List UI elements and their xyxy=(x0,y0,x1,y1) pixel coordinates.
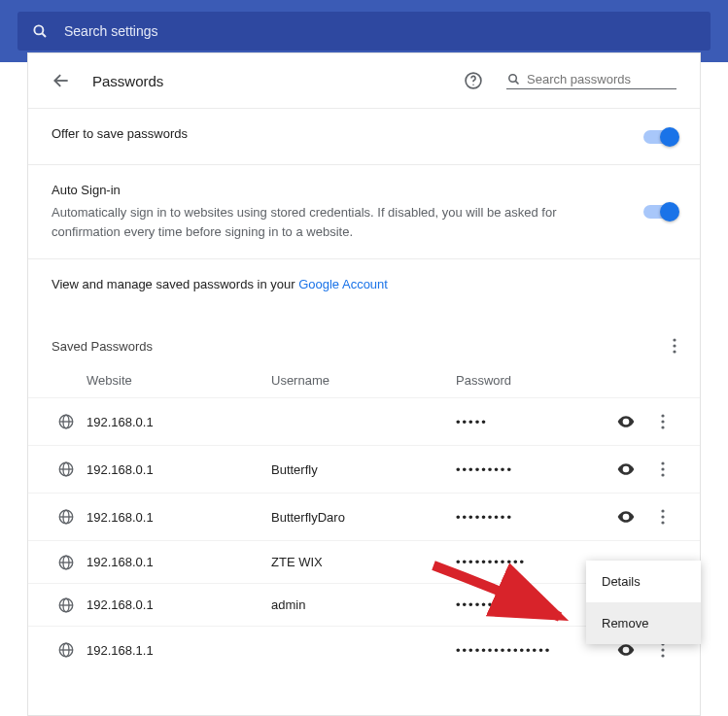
svg-line-6 xyxy=(515,81,518,84)
svg-point-8 xyxy=(673,344,676,347)
row-website[interactable]: 192.168.0.1 xyxy=(87,415,271,429)
row-menu-button[interactable] xyxy=(661,642,676,658)
row-website[interactable]: 192.168.0.1 xyxy=(87,555,271,569)
row-password: ••••••••• xyxy=(456,462,616,477)
row-username: admin xyxy=(271,597,456,612)
row-website[interactable]: 192.168.0.1 xyxy=(87,462,271,477)
svg-point-28 xyxy=(661,509,664,512)
svg-point-9 xyxy=(673,350,676,353)
svg-point-42 xyxy=(661,648,664,651)
svg-point-4 xyxy=(472,84,474,85)
table-row: 192.168.0.1ButterflyDaro••••••••• xyxy=(28,493,700,540)
saved-passwords-menu[interactable] xyxy=(673,338,676,354)
row-website[interactable]: 192.168.0.1 xyxy=(87,510,271,525)
row-website[interactable]: 192.168.0.1 xyxy=(87,597,271,612)
page-title: Passwords xyxy=(92,73,464,89)
svg-point-0 xyxy=(34,25,43,34)
svg-point-27 xyxy=(624,515,627,518)
col-username: Username xyxy=(271,373,456,388)
row-username: ZTE WIX xyxy=(271,555,456,569)
offer-save-label: Offer to save passwords xyxy=(52,126,616,141)
search-passwords-input[interactable] xyxy=(527,72,676,86)
auto-signin-desc: Automatically sign in to websites using … xyxy=(52,203,616,241)
auto-signin-toggle[interactable] xyxy=(643,205,676,219)
search-settings-placeholder: Search settings xyxy=(64,23,158,39)
globe-icon xyxy=(57,508,75,526)
svg-point-29 xyxy=(661,515,664,518)
row-website[interactable]: 192.168.1.1 xyxy=(87,643,271,658)
search-icon xyxy=(506,72,521,86)
row-password: ••••• xyxy=(456,415,616,429)
svg-point-16 xyxy=(661,426,664,428)
globe-icon xyxy=(57,554,75,571)
google-account-link[interactable]: Google Account xyxy=(298,277,388,291)
table-row: 192.168.0.1••••• xyxy=(28,397,700,445)
search-settings-field[interactable]: Search settings xyxy=(17,12,711,51)
svg-point-23 xyxy=(661,473,664,476)
svg-point-5 xyxy=(509,75,517,83)
globe-icon xyxy=(57,641,75,659)
help-button[interactable] xyxy=(464,71,483,90)
svg-point-13 xyxy=(624,420,627,423)
row-password: ••••••••• xyxy=(456,510,616,525)
col-website: Website xyxy=(87,373,271,388)
saved-passwords-title: Saved Passwords xyxy=(52,339,673,354)
show-password-button[interactable] xyxy=(616,460,636,479)
svg-point-40 xyxy=(624,648,627,651)
search-icon xyxy=(31,22,49,40)
globe-icon xyxy=(57,597,75,614)
row-username: Butterfly xyxy=(271,462,456,477)
menu-details[interactable]: Details xyxy=(586,561,701,602)
svg-point-22 xyxy=(661,467,664,470)
account-prefix: View and manage saved passwords in your xyxy=(52,277,298,291)
col-password: Password xyxy=(456,373,676,388)
search-passwords-field[interactable] xyxy=(506,72,676,89)
globe-icon xyxy=(57,413,75,430)
show-password-button[interactable] xyxy=(616,507,636,527)
row-password: ••••••••••••••• xyxy=(456,643,616,658)
svg-point-15 xyxy=(661,420,664,423)
svg-point-30 xyxy=(661,521,664,524)
row-context-menu: Details Remove xyxy=(586,561,701,644)
back-button[interactable] xyxy=(52,71,71,90)
menu-remove[interactable]: Remove xyxy=(586,602,701,644)
row-username: ButterflyDaro xyxy=(271,510,456,525)
row-menu-button[interactable] xyxy=(661,461,676,477)
svg-line-1 xyxy=(42,33,46,37)
offer-save-toggle[interactable] xyxy=(643,130,676,144)
svg-point-43 xyxy=(661,654,664,657)
table-row: 192.168.0.1Butterfly••••••••• xyxy=(28,445,700,493)
svg-point-7 xyxy=(673,338,676,341)
show-password-button[interactable] xyxy=(616,412,636,431)
row-menu-button[interactable] xyxy=(661,509,676,525)
auto-signin-label: Auto Sign-in xyxy=(52,183,616,197)
globe-icon xyxy=(57,460,75,478)
row-menu-button[interactable] xyxy=(661,414,676,429)
svg-point-14 xyxy=(661,414,664,417)
svg-point-21 xyxy=(661,461,664,464)
svg-point-20 xyxy=(624,467,627,470)
